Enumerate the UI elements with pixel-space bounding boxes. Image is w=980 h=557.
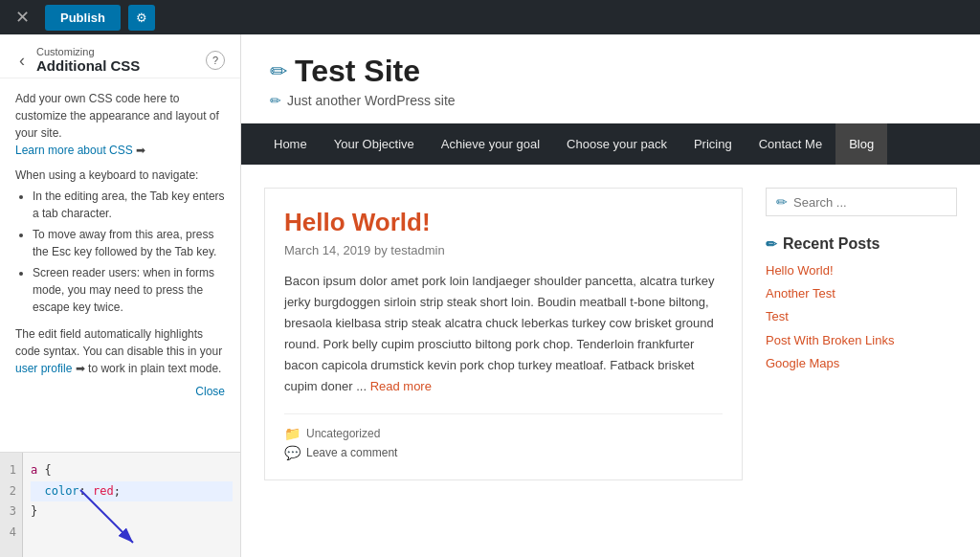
code-content[interactable]: a { color: red; } (23, 453, 240, 557)
learn-css-link[interactable]: Learn more about CSS (15, 144, 133, 157)
nav-achieve-goal[interactable]: Achieve your goal (428, 123, 553, 165)
nav-pricing[interactable]: Pricing (680, 123, 746, 165)
content-area: Hello World! March 14, 2019 by testadmin… (241, 165, 980, 496)
search-box[interactable]: ✏ (766, 188, 957, 216)
site-preview: ✏ Test Site ✏ Just another WordPress sit… (241, 34, 980, 557)
keyboard-tips-list: In the editing area, the Tab key enters … (15, 188, 225, 316)
panel-description: Add your own CSS code here to customize … (15, 90, 225, 159)
recent-posts-section: ✏ Recent Posts Hello World! Another Test… (766, 235, 957, 372)
recent-post-3[interactable]: Post With Broken Links (766, 332, 957, 349)
nav-your-objective[interactable]: Your Objective (321, 123, 428, 165)
code-editor[interactable]: 1 2 3 4 a { color: red; } (0, 452, 240, 557)
publish-button[interactable]: Publish (45, 5, 121, 31)
recent-post-2[interactable]: Test (766, 308, 957, 325)
line-numbers: 1 2 3 4 (0, 453, 23, 557)
site-title: Test Site (295, 54, 420, 89)
read-more-link[interactable]: Read more (370, 379, 432, 393)
category-icon: 📁 (284, 426, 301, 441)
leave-comment-link[interactable]: Leave a comment (306, 446, 397, 459)
post-meta: March 14, 2019 by testadmin (284, 243, 723, 257)
panel-title: Additional CSS (36, 57, 140, 74)
nav-choose-pack[interactable]: Choose your pack (553, 123, 680, 165)
main-layout: ‹ Customizing Additional CSS ? Add your … (0, 34, 980, 557)
post-body: Bacon ipsum dolor amet pork loin landjae… (284, 271, 723, 398)
panel-body: Add your own CSS code here to customize … (0, 78, 240, 452)
recent-post-4[interactable]: Google Maps (766, 355, 957, 372)
main-content: Hello World! March 14, 2019 by testadmin… (264, 188, 743, 496)
nav-home[interactable]: Home (260, 123, 321, 165)
help-button[interactable]: ? (206, 51, 225, 70)
site-logo-icon: ✏ (270, 59, 287, 84)
comment-icon: 💬 (284, 445, 301, 460)
settings-button[interactable]: ⚙ (128, 5, 155, 31)
close-panel-link[interactable]: Close (15, 385, 225, 398)
post-card: Hello World! March 14, 2019 by testadmin… (264, 188, 743, 480)
site-tagline-icon: ✏ (270, 93, 281, 108)
recent-posts-title: ✏ Recent Posts (766, 235, 957, 253)
recent-post-1[interactable]: Another Test (766, 285, 957, 302)
nav-contact[interactable]: Contact Me (746, 123, 835, 165)
site-tagline: Just another WordPress site (287, 93, 456, 108)
search-input[interactable] (793, 195, 947, 210)
sidebar: ✏ ✏ Recent Posts Hello World! Another Te… (766, 188, 957, 496)
nav-blog[interactable]: Blog (835, 123, 887, 165)
panel-header: ‹ Customizing Additional CSS ? (0, 34, 240, 78)
close-button[interactable]: ✕ (8, 5, 37, 30)
keyboard-tip-2: To move away from this area, press the E… (33, 226, 225, 260)
back-button[interactable]: ‹ (15, 52, 29, 69)
user-profile-link[interactable]: user profile (15, 362, 72, 375)
post-category: Uncategorized (306, 427, 380, 440)
keyboard-label: When using a keyboard to navigate: (15, 168, 225, 182)
customizing-label: Customizing (36, 46, 140, 57)
recent-post-0[interactable]: Hello World! (766, 262, 957, 279)
keyboard-tip-1: In the editing area, the Tab key enters … (33, 188, 225, 222)
site-header: ✏ Test Site ✏ Just another WordPress sit… (241, 34, 980, 123)
post-footer: 📁 Uncategorized 💬 Leave a comment (284, 413, 723, 460)
left-panel: ‹ Customizing Additional CSS ? Add your … (0, 34, 241, 557)
site-nav: Home Your Objective Achieve your goal Ch… (241, 123, 980, 165)
top-bar: ✕ Publish ⚙ (0, 0, 980, 34)
edit-field-note: The edit field automatically highlights … (15, 325, 225, 377)
post-title: Hello World! (284, 208, 723, 237)
recent-posts-icon: ✏ (766, 236, 777, 252)
keyboard-tip-3: Screen reader users: when in forms mode,… (33, 264, 225, 316)
search-icon: ✏ (776, 194, 788, 210)
